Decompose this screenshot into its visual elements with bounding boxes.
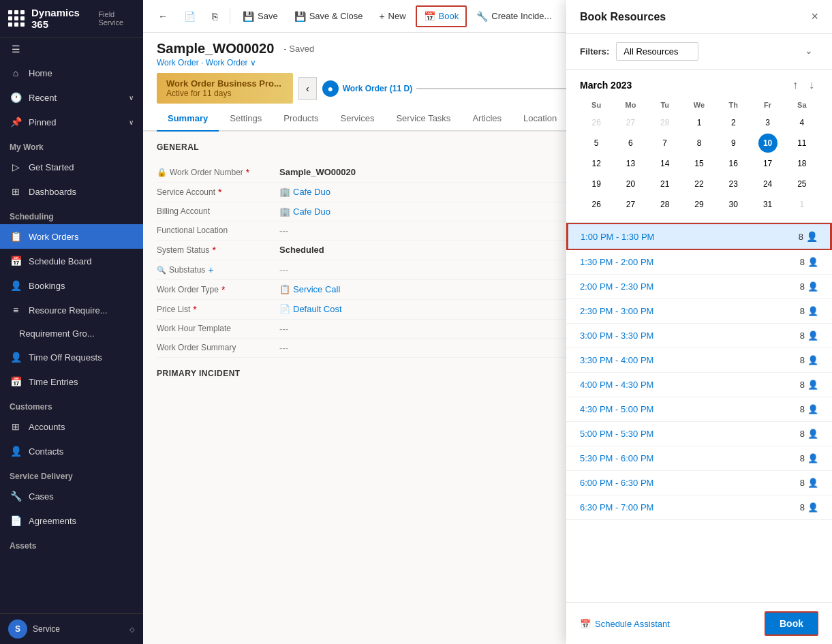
tab-service-tasks[interactable]: Service Tasks bbox=[385, 106, 461, 132]
sidebar-item-accounts[interactable]: ⊞ Accounts bbox=[0, 414, 143, 439]
tab-settings[interactable]: Settings bbox=[219, 106, 273, 132]
sidebar-item-time-entries[interactable]: 📅 Time Entries bbox=[0, 369, 143, 394]
sidebar-item-schedule-board[interactable]: 📅 Schedule Board bbox=[0, 249, 143, 273]
status-banner-title: Work Order Business Pro... bbox=[166, 78, 281, 89]
cal-day[interactable]: 15 bbox=[690, 154, 709, 173]
cal-day[interactable]: 5 bbox=[587, 134, 606, 153]
panel-close-button[interactable]: × bbox=[811, 10, 818, 24]
cal-day[interactable]: 21 bbox=[656, 174, 675, 194]
breadcrumb-link1[interactable]: Work Order bbox=[157, 58, 199, 67]
time-slot-1[interactable]: 1:00 PM - 1:30 PM 8 👤 bbox=[566, 223, 832, 250]
cal-day[interactable]: 7 bbox=[656, 134, 675, 153]
cal-day[interactable]: 13 bbox=[621, 154, 640, 173]
cal-day[interactable]: 30 bbox=[724, 195, 743, 214]
cal-day[interactable]: 2 bbox=[724, 113, 743, 132]
sidebar-item-get-started[interactable]: ▷ Get Started bbox=[0, 155, 143, 179]
back-button[interactable]: ← bbox=[151, 7, 174, 26]
time-slot-11[interactable]: 6:00 PM - 6:30 PM 8 👤 bbox=[566, 471, 832, 495]
cal-day[interactable]: 11 bbox=[792, 134, 812, 153]
time-slot-7[interactable]: 4:00 PM - 4:30 PM 8 👤 bbox=[566, 373, 832, 397]
book-button[interactable]: 📅 Book bbox=[416, 5, 467, 27]
cal-day[interactable]: 4 bbox=[792, 113, 812, 132]
cal-day[interactable]: 20 bbox=[621, 174, 640, 194]
time-slot-5[interactable]: 3:00 PM - 3:30 PM 8 👤 bbox=[566, 324, 832, 348]
cal-day[interactable]: 14 bbox=[656, 154, 675, 173]
time-slot-10[interactable]: 5:30 PM - 6:00 PM 8 👤 bbox=[566, 446, 832, 471]
time-slot-4[interactable]: 2:30 PM - 3:00 PM 8 👤 bbox=[566, 299, 832, 324]
sidebar-footer[interactable]: S Service ◇ bbox=[0, 613, 143, 644]
calendar-next-button[interactable]: ↓ bbox=[805, 78, 818, 93]
cal-day[interactable]: 27 bbox=[621, 195, 640, 214]
sidebar-item-bookings[interactable]: 👤 Bookings bbox=[0, 273, 143, 298]
time-slot-3[interactable]: 2:00 PM - 2:30 PM 8 👤 bbox=[566, 275, 832, 299]
cal-day-today[interactable]: 10 bbox=[758, 134, 777, 153]
breadcrumb-link2[interactable]: Work Order bbox=[206, 58, 248, 67]
cal-day[interactable]: 1 bbox=[690, 113, 709, 132]
sidebar-item-agreements[interactable]: 📄 Agreements bbox=[0, 508, 143, 533]
book-confirm-button[interactable]: Book bbox=[765, 611, 818, 636]
sidebar-label: Bookings bbox=[29, 281, 65, 291]
new-button[interactable]: + New bbox=[372, 7, 412, 26]
calendar: March 2023 ↑ ↓ Su Mo Tu We Th Fr Sa 26 2… bbox=[566, 70, 832, 223]
cal-day[interactable]: 19 bbox=[587, 174, 606, 194]
sidebar-item-dashboards[interactable]: ⊞ Dashboards bbox=[0, 179, 143, 204]
status-chevron-button[interactable]: ‹ bbox=[298, 77, 317, 100]
filter-select[interactable]: All Resources bbox=[616, 42, 698, 61]
time-slot-2[interactable]: 1:30 PM - 2:00 PM 8 👤 bbox=[566, 250, 832, 275]
sidebar-item-time-off[interactable]: 👤 Time Off Requests bbox=[0, 345, 143, 369]
field-row-service-account: Service Account * 🏢 Cafe Duo bbox=[157, 183, 617, 202]
cal-day[interactable]: 17 bbox=[758, 154, 777, 173]
time-slot-label-3: 2:00 PM - 2:30 PM bbox=[580, 281, 800, 292]
cal-day[interactable]: 9 bbox=[724, 134, 743, 153]
cal-day[interactable]: 1 bbox=[792, 195, 812, 214]
tab-location[interactable]: Location bbox=[512, 106, 568, 132]
cal-day[interactable]: 27 bbox=[621, 113, 640, 132]
tab-products[interactable]: Products bbox=[273, 106, 329, 132]
cal-day[interactable]: 8 bbox=[690, 134, 709, 153]
cal-day[interactable]: 23 bbox=[724, 174, 743, 194]
save-button[interactable]: 💾 Save bbox=[236, 7, 285, 26]
cal-day[interactable]: 24 bbox=[758, 174, 777, 194]
time-slot-count-1: 8 👤 bbox=[799, 231, 818, 242]
tab-services[interactable]: Services bbox=[330, 106, 386, 132]
sidebar-item-recent[interactable]: 🕐 Recent ∨ bbox=[0, 85, 143, 110]
sidebar-item-pinned[interactable]: 📌 Pinned ∨ bbox=[0, 110, 143, 134]
create-incident-button[interactable]: 🔧 Create Incide... bbox=[469, 7, 558, 26]
time-slot-count-2: 8 👤 bbox=[800, 257, 818, 267]
sidebar-item-contacts[interactable]: 👤 Contacts bbox=[0, 439, 143, 463]
cal-day[interactable]: 25 bbox=[792, 174, 812, 194]
time-slot-8[interactable]: 4:30 PM - 5:00 PM 8 👤 bbox=[566, 397, 832, 422]
cal-day[interactable]: 16 bbox=[724, 154, 743, 173]
cal-day[interactable]: 12 bbox=[587, 154, 606, 173]
form-button[interactable]: 📄 bbox=[177, 7, 202, 26]
sidebar-item-resource-requirements[interactable]: ≡ Resource Require... bbox=[0, 298, 143, 322]
status-banner-subtitle: Active for 11 days bbox=[166, 89, 281, 98]
save-close-button[interactable]: 💾 Save & Close bbox=[288, 7, 370, 26]
sidebar-item-cases[interactable]: 🔧 Cases bbox=[0, 484, 143, 508]
schedule-assistant-link[interactable]: 📅 Schedule Assistant bbox=[580, 619, 670, 629]
cal-day[interactable]: 28 bbox=[656, 195, 675, 214]
person-icon: 👤 bbox=[10, 279, 22, 292]
cal-day[interactable]: 31 bbox=[758, 195, 777, 214]
cal-day[interactable]: 3 bbox=[758, 113, 777, 132]
detach-button[interactable]: ⎘ bbox=[205, 7, 224, 26]
time-slot-6[interactable]: 3:30 PM - 4:00 PM 8 👤 bbox=[566, 348, 832, 373]
sidebar-item-home[interactable]: ⌂ Home bbox=[0, 61, 143, 85]
cal-day[interactable]: 26 bbox=[587, 113, 606, 132]
sidebar-item-requirement-groups[interactable]: Requirement Gro... bbox=[0, 322, 143, 345]
tab-articles[interactable]: Articles bbox=[461, 106, 512, 132]
sidebar-item-work-orders[interactable]: 📋 Work Orders bbox=[0, 224, 143, 249]
panel-header: Book Resources × bbox=[566, 0, 832, 34]
field-label-work-order-type: Work Order Type * bbox=[157, 284, 279, 295]
calendar-prev-button[interactable]: ↑ bbox=[788, 78, 802, 93]
cal-day[interactable]: 28 bbox=[656, 113, 675, 132]
tab-summary[interactable]: Summary bbox=[157, 106, 219, 132]
sidebar-collapse-btn[interactable]: ☰ bbox=[0, 37, 143, 61]
time-slot-9[interactable]: 5:00 PM - 5:30 PM 8 👤 bbox=[566, 422, 832, 446]
cal-day[interactable]: 18 bbox=[792, 154, 812, 173]
cal-day[interactable]: 29 bbox=[690, 195, 709, 214]
cal-day[interactable]: 22 bbox=[690, 174, 709, 194]
cal-day[interactable]: 6 bbox=[621, 134, 640, 153]
time-slot-12[interactable]: 6:30 PM - 7:00 PM 8 👤 bbox=[566, 495, 832, 520]
cal-day[interactable]: 26 bbox=[587, 195, 606, 214]
